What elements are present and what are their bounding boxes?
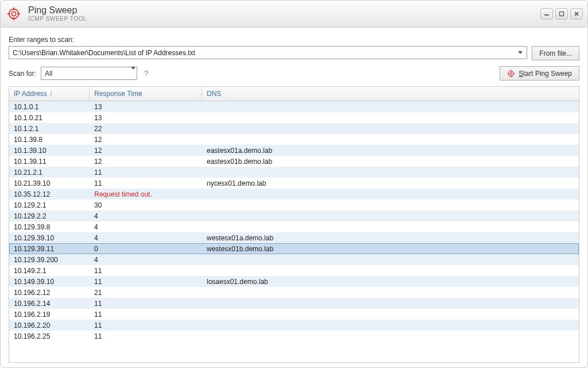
cell-ip: 10.129.2.1: [9, 201, 90, 209]
cell-ip: 10.1.2.1: [9, 125, 90, 133]
table-row[interactable]: 10.1.39.1012eastesx01a.demo.lab: [9, 145, 579, 156]
table-row[interactable]: 10.196.2.1221: [9, 287, 579, 298]
table-row[interactable]: 10.129.39.84: [9, 221, 579, 232]
cell-ip: 10.196.2.12: [9, 289, 90, 297]
content-area: Enter ranges to scan: C:\Users\Brian.Whi…: [0, 28, 588, 368]
ranges-dropdown-button[interactable]: [515, 47, 525, 59]
cell-response: 11: [90, 168, 202, 177]
cell-ip: 10.1.0.21: [9, 114, 90, 122]
cell-dns: nycesx01.demo.lab: [202, 179, 579, 187]
cell-ip: 10.21.2.1: [9, 168, 90, 177]
help-icon[interactable]: ?: [144, 69, 148, 78]
cell-response: 12: [90, 136, 202, 144]
table-body: 10.1.0.11310.1.0.211310.1.2.12210.1.39.8…: [9, 101, 579, 362]
cell-response: 11: [90, 267, 202, 275]
cell-ip: 10.129.39.8: [9, 223, 90, 231]
target-icon: [7, 7, 20, 20]
maximize-button[interactable]: [555, 8, 568, 20]
cell-dns: westesx01a.demo.lab: [202, 234, 579, 242]
cell-ip: 10.35.12.12: [9, 190, 90, 198]
cell-ip: 10.129.39.10: [9, 234, 90, 242]
svg-rect-7: [560, 12, 564, 16]
cell-response: 0: [90, 245, 202, 253]
ping-sweep-window: Ping Sweep ICMP SWEEP TOOL Enter ranges …: [0, 0, 588, 368]
table-row[interactable]: 10.1.0.2113: [9, 112, 579, 123]
cell-dns: eastesx01a.demo.lab: [202, 147, 579, 155]
window-subtitle: ICMP SWEEP TOOL: [28, 16, 87, 22]
svg-point-11: [510, 72, 513, 75]
table-row[interactable]: 10.1.0.113: [9, 101, 579, 112]
cell-ip: 10.1.39.8: [9, 136, 90, 144]
table-row[interactable]: 10.149.2.111: [9, 265, 579, 276]
cell-response: 12: [90, 147, 202, 155]
table-row[interactable]: 10.1.39.812: [9, 134, 579, 145]
cell-ip: 10.196.2.14: [9, 300, 90, 308]
table-row[interactable]: 10.21.2.111: [9, 167, 579, 178]
table-row[interactable]: 10.196.2.1411: [9, 298, 579, 309]
table-row[interactable]: 10.196.2.1911: [9, 309, 579, 320]
scan-for-value: All: [45, 70, 131, 78]
column-header-ip[interactable]: IP Address /: [9, 87, 90, 101]
scan-for-dropdown-button[interactable]: [131, 70, 136, 78]
column-header-response[interactable]: Response Time: [90, 87, 202, 101]
cell-response: 11: [90, 278, 202, 286]
cell-response: 4: [90, 234, 202, 242]
table-row[interactable]: 10.35.12.12Request timed out.: [9, 189, 579, 200]
table-row[interactable]: 10.196.2.2511: [9, 331, 579, 342]
title-block: Ping Sweep ICMP SWEEP TOOL: [28, 5, 87, 22]
column-header-dns[interactable]: DNS: [202, 87, 579, 101]
cell-response: 4: [90, 223, 202, 231]
table-row[interactable]: 10.129.2.24: [9, 210, 579, 221]
cell-ip: 10.196.2.20: [9, 321, 90, 329]
sort-indicator-icon: /: [51, 91, 52, 97]
cell-ip: 10.129.39.11: [9, 245, 90, 253]
cell-response: 11: [90, 310, 202, 319]
cell-response: 13: [90, 114, 202, 122]
scan-for-select[interactable]: All: [41, 67, 137, 80]
target-icon: [507, 70, 515, 78]
table-row[interactable]: 10.129.39.2004: [9, 254, 579, 265]
cell-response: 11: [90, 321, 202, 329]
from-file-label: From file...: [539, 49, 572, 57]
start-ping-sweep-button[interactable]: Start Ping Sweep: [500, 66, 579, 80]
cell-ip: 10.1.0.1: [9, 103, 90, 111]
table-row[interactable]: 10.129.2.130: [9, 200, 579, 210]
table-row[interactable]: 10.129.39.104westesx01a.demo.lab: [9, 232, 579, 243]
ranges-input[interactable]: C:\Users\Brian.Whitaker\Documents\List o…: [9, 46, 527, 59]
cell-response: 21: [90, 289, 202, 297]
cell-ip: 10.196.2.25: [9, 332, 90, 340]
table-row[interactable]: 10.21.39.1011nycesx01.demo.lab: [9, 178, 579, 189]
scan-for-label: Scan for:: [9, 70, 36, 78]
results-table: IP Address / Response Time DNS 10.1.0.11…: [9, 86, 579, 363]
window-title: Ping Sweep: [28, 5, 87, 16]
table-row[interactable]: 10.1.39.1112eastesx01b.demo.lab: [9, 156, 579, 167]
cell-response: 11: [90, 300, 202, 308]
from-file-button[interactable]: From file...: [532, 46, 579, 60]
cell-dns: losaesx01.demo.lab: [202, 278, 579, 286]
cell-response: 4: [90, 256, 202, 264]
minimize-button[interactable]: [540, 8, 553, 20]
svg-point-1: [11, 12, 16, 16]
close-button[interactable]: [570, 8, 583, 20]
cell-ip: 10.1.39.10: [9, 147, 90, 155]
svg-point-10: [509, 71, 514, 76]
cell-response: 12: [90, 158, 202, 166]
cell-dns: westesx01b.demo.lab: [202, 245, 579, 253]
cell-ip: 10.149.39.10: [9, 278, 90, 286]
titlebar: Ping Sweep ICMP SWEEP TOOL: [0, 0, 588, 28]
cell-ip: 10.129.2.2: [9, 212, 90, 220]
chevron-down-icon: [131, 67, 136, 78]
cell-ip: 10.21.39.10: [9, 179, 90, 187]
table-row[interactable]: 10.1.2.122: [9, 123, 579, 134]
table-row[interactable]: 10.129.39.110westesx01b.demo.lab: [9, 243, 579, 254]
start-ping-sweep-label: Start Ping Sweep: [519, 70, 572, 78]
table-row[interactable]: 10.196.2.2011: [9, 320, 579, 331]
table-header: IP Address / Response Time DNS: [9, 87, 579, 101]
cell-response: 11: [90, 179, 202, 187]
enter-ranges-label: Enter ranges to scan:: [9, 36, 579, 44]
cell-response: Request timed out.: [90, 190, 202, 198]
cell-ip: 10.196.2.19: [9, 310, 90, 319]
chevron-down-icon: [518, 51, 523, 54]
ranges-value: C:\Users\Brian.Whitaker\Documents\List o…: [13, 49, 515, 57]
table-row[interactable]: 10.149.39.1011losaesx01.demo.lab: [9, 276, 579, 287]
